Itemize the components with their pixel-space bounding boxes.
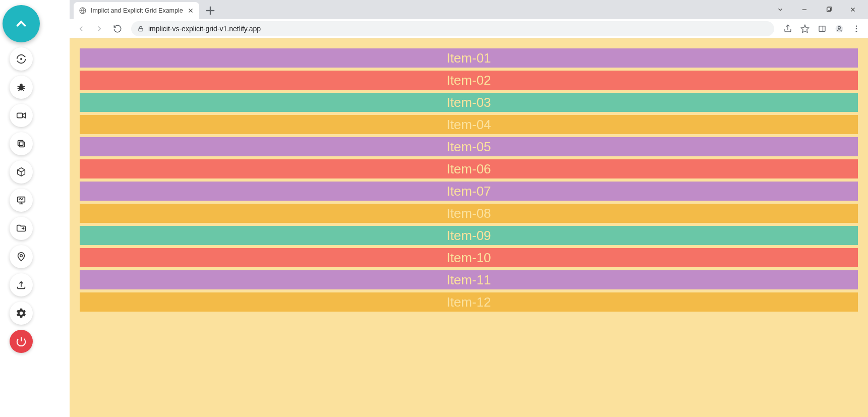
grid-item: Item-05 xyxy=(80,137,858,156)
package-button[interactable] xyxy=(10,160,33,184)
window-controls xyxy=(773,0,865,19)
browser-toolbar: implicit-vs-explicit-grid-v1.netlify.app xyxy=(70,19,868,38)
svg-point-17 xyxy=(20,255,23,257)
svg-point-0 xyxy=(21,58,22,59)
svg-rect-9 xyxy=(17,113,23,117)
devtools-toolbar xyxy=(0,0,42,417)
new-tab-button[interactable] xyxy=(203,4,217,18)
svg-point-2 xyxy=(20,84,23,87)
svg-marker-32 xyxy=(801,25,809,32)
bug-button[interactable] xyxy=(10,76,33,99)
grid-item: Item-04 xyxy=(80,115,858,134)
grid-item: Item-02 xyxy=(80,71,858,90)
svg-line-5 xyxy=(18,88,20,89)
svg-line-3 xyxy=(18,86,20,87)
folder-button[interactable] xyxy=(10,217,33,240)
back-button[interactable] xyxy=(74,21,89,36)
maximize-window-button[interactable] xyxy=(822,3,836,17)
svg-rect-27 xyxy=(828,7,831,11)
copy-button[interactable] xyxy=(10,132,33,155)
grid-item: Item-03 xyxy=(80,93,858,112)
svg-line-4 xyxy=(23,86,25,87)
sync-button[interactable] xyxy=(10,47,33,71)
bookmark-icon[interactable] xyxy=(797,21,813,36)
grid-item: Item-12 xyxy=(80,292,858,312)
svg-rect-26 xyxy=(827,8,831,12)
camera-button[interactable] xyxy=(10,104,33,127)
upload-button[interactable] xyxy=(10,273,33,296)
profile-icon[interactable] xyxy=(832,21,847,36)
grid-container: Item-01Item-02Item-03Item-04Item-05Item-… xyxy=(80,48,858,312)
url-text: implicit-vs-explicit-grid-v1.netlify.app xyxy=(148,25,768,33)
globe-icon xyxy=(79,7,87,15)
menu-icon[interactable] xyxy=(849,21,864,36)
grid-item: Item-01 xyxy=(80,48,858,68)
share-icon[interactable] xyxy=(780,21,795,36)
address-bar[interactable]: implicit-vs-explicit-grid-v1.netlify.app xyxy=(131,21,774,36)
svg-line-8 xyxy=(23,90,24,91)
browser-window: Implict and Explicit Grid Example implic… xyxy=(70,0,868,417)
grid-item: Item-07 xyxy=(80,182,858,201)
close-window-button[interactable] xyxy=(846,3,860,17)
collapse-button[interactable] xyxy=(3,5,40,42)
dropdown-icon[interactable] xyxy=(773,3,787,17)
svg-rect-33 xyxy=(819,26,825,31)
reload-button[interactable] xyxy=(110,21,125,36)
grid-item: Item-09 xyxy=(80,226,858,245)
svg-marker-10 xyxy=(23,113,26,117)
svg-point-39 xyxy=(856,30,857,32)
side-panel-icon[interactable] xyxy=(815,21,830,36)
lock-icon xyxy=(137,25,144,32)
svg-rect-11 xyxy=(19,142,24,147)
grid-item: Item-08 xyxy=(80,204,858,223)
svg-line-7 xyxy=(19,90,20,91)
settings-button[interactable] xyxy=(10,302,33,325)
svg-point-37 xyxy=(856,25,857,27)
grid-item: Item-11 xyxy=(80,270,858,289)
grid-item: Item-10 xyxy=(80,248,858,267)
svg-rect-12 xyxy=(18,141,23,146)
tab-title: Implict and Explicit Grid Example xyxy=(91,7,183,14)
close-tab-icon[interactable] xyxy=(187,7,194,14)
grid-item: Item-06 xyxy=(80,159,858,178)
forward-button[interactable] xyxy=(92,21,107,36)
svg-rect-30 xyxy=(139,28,143,31)
monitor-button[interactable] xyxy=(10,189,33,212)
toolbar-actions xyxy=(780,21,864,36)
location-button[interactable] xyxy=(10,245,33,268)
page-viewport[interactable]: Item-01Item-02Item-03Item-04Item-05Item-… xyxy=(70,38,868,417)
browser-tab[interactable]: Implict and Explicit Grid Example xyxy=(74,2,199,19)
minimize-window-button[interactable] xyxy=(797,3,812,17)
tab-strip: Implict and Explicit Grid Example xyxy=(70,0,868,19)
svg-point-38 xyxy=(856,28,857,29)
power-button[interactable] xyxy=(10,330,33,353)
svg-line-6 xyxy=(23,88,25,89)
